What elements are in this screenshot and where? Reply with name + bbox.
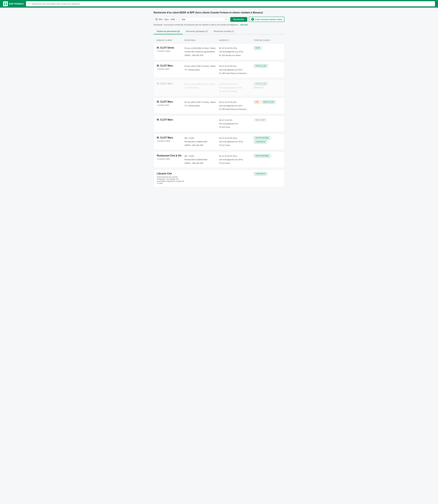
contact-line: 75 011 Paris	[219, 144, 253, 147]
type-col: PROFESSIONNELCORPORATE	[253, 136, 281, 143]
svg-rect-1	[6, 3, 7, 3]
situation-col: ME • SARLRestauration traditionnelleSIRE…	[185, 154, 219, 165]
client-name-col: M. CLOT Denis2 numéros client	[157, 46, 185, 52]
client-name: M. CLOT Marc	[157, 136, 185, 139]
table-row[interactable]: M. CLOT Marc2 numéros clientME • SARLRes…	[153, 134, 285, 150]
svg-rect-3	[6, 4, 7, 5]
contact-line: 92 200 Neuilly-sur-Seine	[219, 54, 253, 57]
global-search-bar[interactable]	[26, 1, 435, 6]
table-row[interactable]: Librairie ClotClient relevant du marché …	[153, 169, 285, 187]
voir-plus-link[interactable]: Voir plus	[240, 24, 248, 26]
badge-professionnel: PROFESSIONNEL	[253, 136, 271, 139]
badge-professionnel: PROFESSIONNEL	[253, 154, 271, 157]
situation-line: Restauration traditionnelle	[185, 158, 219, 161]
svg-rect-2	[4, 4, 5, 5]
client-sub: 2 numéros client	[157, 158, 185, 160]
header: BNP PARIBAS	[0, 0, 438, 8]
svg-rect-6	[156, 18, 157, 20]
situation-col: 50 ans (26/11/1967 à Paris) • MariéT5 • …	[185, 64, 219, 71]
plus-icon: +	[251, 18, 254, 21]
situation-line: ME • SARL	[185, 136, 219, 140]
table-row[interactable]: Restaurant Clot & fils2 numéros clientME…	[153, 151, 285, 168]
client-name: Restaurant Clot & fils	[157, 154, 185, 157]
tab-physical-persons[interactable]: Personnes physiques (2)	[183, 29, 211, 34]
svg-line-5	[30, 4, 30, 5]
svg-point-4	[28, 3, 30, 5]
client-sub: Client relevant du marché Entreprise, so…	[157, 176, 185, 184]
col-header-name: Nom du client	[157, 39, 184, 41]
contact-line: 51 290 Saint-Remy en Bouzem…	[219, 71, 253, 75]
situation-line: 36 ans (26/11/1953 à Paris) • Marié	[185, 82, 219, 86]
contact-col: 06 22 33 44 55 (Pri)clot.marc@gmail.com …	[219, 82, 253, 93]
client-sub: 2 numéros client	[157, 140, 185, 142]
sort-icon: ▾	[270, 40, 271, 41]
sort-icon: ▾	[229, 40, 230, 41]
situation-line: Activité des médecins généralistes	[185, 50, 219, 53]
table-row[interactable]: M. CLOT Denis2 numéros client50 ans (13/…	[153, 44, 285, 60]
client-name-col: M. CLOT Marc2 numéros client	[157, 136, 185, 142]
situation-line: T5 • Restaurateur	[185, 68, 219, 71]
branch-selector[interactable]: BNP - Dijon - Eiffel ▾	[153, 17, 178, 22]
clear-search-button[interactable]: ✕	[225, 18, 227, 21]
type-col: MIXTE	[253, 46, 281, 49]
contact-col: 06 22 33 44 55 (Pro)clot.marc@gmail.com …	[219, 136, 253, 147]
contact-line: clot.denis@gmail.com (Pro)	[219, 50, 253, 53]
contact-col: 06 22 33 44 55 (Pri)clot.marc@gmail.com …	[219, 64, 253, 75]
results-list: M. CLOT Denis2 numéros client50 ans (13/…	[153, 44, 285, 187]
situation-line: 50 ans (13/04/1968 à Paris) • Marié	[185, 46, 219, 50]
contact-line: 75 015 Paris	[219, 125, 253, 129]
col-header-type[interactable]: Type de client ▾	[254, 39, 281, 41]
situation-col: ME • SARLRestauration traditionnelleSIRE…	[185, 136, 219, 147]
type-col: PROFESSIONNEL	[253, 154, 281, 157]
type-col: PARTICULIER	[253, 82, 281, 85]
client-search-field[interactable]: ✕	[180, 17, 229, 22]
col-header-situation[interactable]: Situation ▾	[184, 39, 219, 41]
table-row[interactable]: M. CLOT Marc36 ans (26/11/1953 à Paris) …	[153, 79, 285, 96]
situation-line: 50 ans (26/11/1967 à Paris) • Marié	[185, 64, 219, 68]
situation-col: 50 ans (13/04/1968 à Paris) • MariéActiv…	[185, 46, 219, 57]
type-col: ENRPARTICULIER	[253, 101, 281, 103]
logo: BNP PARIBAS	[3, 1, 23, 6]
dossier-clos-label: Dossier clos	[253, 87, 281, 89]
badge-mixte: MIXTE	[253, 46, 262, 49]
situation-col: 50 ans (26/11/1967 à Paris) • MariéT5 • …	[185, 101, 219, 108]
client-sub: 1 numéro client	[157, 104, 185, 106]
table-row[interactable]: M. CLOT Marc06 22 33 44 55clot.marc@gmai…	[153, 115, 285, 132]
info-text: Nouveauté : vous pouvez rechercher une p…	[153, 24, 240, 26]
logo-text: BNP PARIBAS	[9, 3, 23, 5]
logo-icon	[3, 1, 8, 6]
contact-line: clot.marc@gmail.com (Pro)	[219, 140, 253, 143]
col-header-contact[interactable]: Contact ▾	[219, 39, 254, 41]
contact-col: 06 22 33 44 55 (Pri)clot.marc@gmail.com …	[219, 101, 253, 111]
client-name: M. CLOT Denis	[157, 46, 185, 49]
create-dossier-button[interactable]: + Créer nouveau dossier client	[249, 17, 285, 22]
situation-line: SIREN : 480 463 009	[185, 54, 219, 57]
building-icon	[155, 18, 158, 21]
create-btn-label: Créer nouveau dossier client	[255, 18, 282, 21]
client-sub: 1 numéro client	[157, 68, 185, 70]
client-search-input[interactable]	[182, 18, 224, 21]
contact-line: 06 22 33 44 55 (Pro)	[219, 46, 253, 50]
client-sub: 2 numéros client	[157, 50, 185, 52]
tab-all-persons[interactable]: Toutes les personnes (3)	[153, 29, 183, 34]
client-name: M. CLOT Marc	[157, 82, 185, 85]
situation-line: ME • SARL	[185, 154, 219, 158]
contact-line: clot.marc@gmail.com (Pri)	[219, 68, 253, 71]
client-name-col: M. CLOT Marc1 numéro client	[157, 64, 185, 70]
table-row[interactable]: M. CLOT Marc1 numéro client50 ans (26/11…	[153, 98, 285, 114]
contact-line: clot.marc@gmail.com (Pro)	[219, 158, 253, 161]
badge-corporate: CORPORATE	[253, 172, 267, 175]
client-name-col: Librairie ClotClient relevant du marché …	[157, 172, 185, 184]
contact-col: 06 22 33 44 55 (Pro)clot.denis@gmail.com…	[219, 46, 253, 57]
contact-line: 75 011 Paris	[219, 161, 253, 165]
situation-line: 50 ans (26/11/1967 à Paris) • Marié	[185, 101, 219, 104]
situation-line: Restauration traditionnelle	[185, 140, 219, 143]
badge-enr: ENR	[253, 101, 260, 103]
search-button[interactable]: Rechercher	[230, 17, 247, 22]
branch-label: BNP - Dijon - Eiffel	[159, 18, 175, 21]
search-icon	[28, 3, 30, 5]
table-row[interactable]: M. CLOT Marc1 numéro client50 ans (26/11…	[153, 61, 285, 78]
global-search-input[interactable]	[32, 3, 433, 5]
tab-legal-persons[interactable]: Personnes morales (1)	[211, 29, 237, 34]
client-name: M. CLOT Marc	[157, 101, 185, 103]
